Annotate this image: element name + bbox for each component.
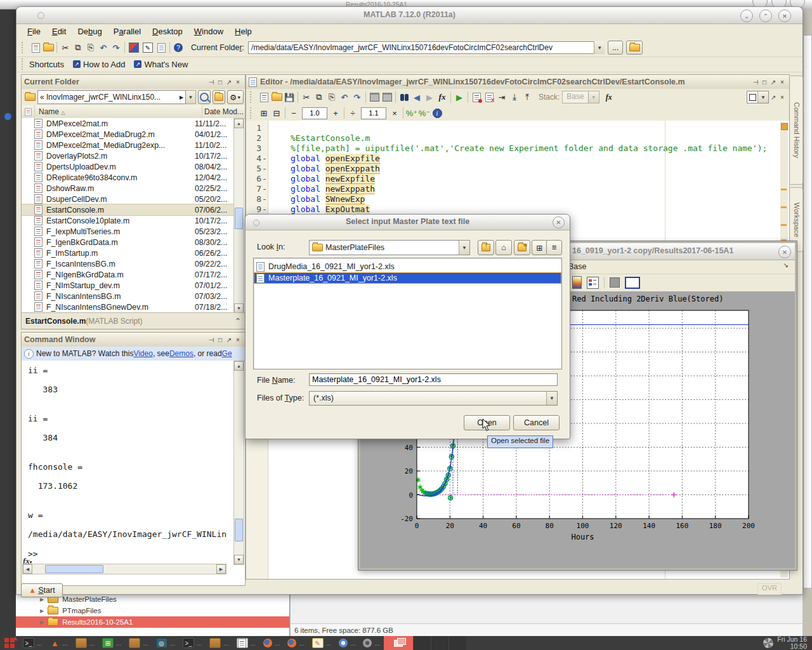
file-row[interactable]: DMPexcel2mat.m11/11/2... (22, 118, 234, 129)
toolbar-new-file-icon[interactable] (29, 41, 42, 54)
info-icon[interactable]: i (431, 107, 443, 119)
code-line[interactable]: 6-global newExpfile (246, 174, 789, 184)
shortcut-whats-new[interactable]: What's New (144, 60, 188, 69)
tab-command-history[interactable]: Command History (790, 76, 803, 185)
file-row[interactable]: F_NIgenBkGrdData.m07/17/2... (22, 269, 234, 280)
new-folder-button[interactable]: ✱ (514, 240, 530, 255)
scrollbar-thumb[interactable] (45, 565, 103, 573)
code-line[interactable]: 5-global openExppath (246, 164, 789, 174)
close-icon[interactable]: × (233, 335, 242, 344)
taskbar-item-terminal[interactable]: >_... (179, 636, 206, 650)
toolbar-copy-icon[interactable]: ⧉ (72, 41, 84, 54)
toolbar-undo-icon[interactable]: ↶ (97, 41, 110, 54)
collapse-icon[interactable]: ⌃ (235, 317, 241, 326)
file-row[interactable]: F_IscanIntensBG.m09/22/2... (22, 258, 234, 269)
figure-menu-item[interactable]: Base (568, 262, 587, 271)
layout-combobox[interactable]: ▼ (747, 91, 769, 103)
undock-icon[interactable]: ↗ (225, 335, 233, 344)
command-window-header[interactable]: Command Window ⊣ □ ↗ × (22, 333, 245, 347)
code-line[interactable]: 7-global newExppath (246, 184, 789, 194)
percent-plus-icon[interactable]: %⁺ (405, 107, 418, 119)
file-row[interactable]: F_NImStartup_dev.m07/01/2... (22, 280, 234, 291)
file-name-input[interactable] (309, 373, 558, 386)
toolbar-guide-icon[interactable]: ✎ (143, 43, 153, 53)
editor-header[interactable]: Editor - /media/data/EASY/InovImager_jwr… (246, 75, 789, 90)
taskbar-item-folder[interactable]: ... (125, 636, 152, 650)
current-folder-combobox[interactable]: /media/data/EASY/InovImager_jwrCF_WINLin… (248, 41, 605, 54)
toolbar-redo-icon[interactable]: ↷ (110, 41, 122, 54)
toolbar-set-breakpoint-icon[interactable] (470, 91, 483, 103)
minimize-button[interactable]: ⌄ (740, 10, 753, 22)
scroll-right-icon[interactable]: ▶ (216, 564, 226, 574)
file-row[interactable]: EstartConsole.m07/06/2... (22, 204, 234, 215)
file-row[interactable]: DsuperCellDev.m05/20/2... (22, 194, 234, 204)
close-button[interactable]: ✕ (778, 10, 791, 22)
dialog-file-row[interactable]: Masterplate_16_0921_MI_yor1-2.xls (254, 272, 561, 284)
undock-icon[interactable]: ↗ (769, 77, 778, 86)
maximize-icon[interactable]: □ (216, 77, 225, 86)
maximize-button[interactable]: ⌃ (759, 10, 772, 22)
code-line[interactable]: 8-global SWnewExp (246, 194, 789, 204)
file-list-column-headers[interactable]: Name △ Date Mod... (22, 105, 245, 119)
toolbar-cut-icon[interactable]: ✂ (300, 91, 313, 103)
percent-minus-icon[interactable]: %⁻ (418, 107, 431, 119)
file-row[interactable]: F_NIscanIntensBGnewDev.m07/18/2... (22, 302, 234, 312)
getting-started-link[interactable]: Ge (222, 349, 232, 358)
menu-file[interactable]: File (22, 25, 46, 38)
toolbar-help-icon[interactable]: ? (174, 43, 183, 52)
code-line[interactable]: 9-global ExpOutmat (246, 204, 789, 215)
scrollbar-thumb[interactable] (235, 208, 243, 229)
multiply-icon[interactable]: × (388, 107, 401, 119)
stack-combobox[interactable]: Base ▼ (562, 91, 599, 103)
insert-cell-icon[interactable]: ⊞ (258, 107, 270, 119)
cancel-button[interactable]: Cancel (513, 415, 560, 430)
menu-edit[interactable]: Edit (46, 25, 72, 38)
grid-view-button[interactable]: ⊞ (532, 240, 547, 255)
dialog-file-row[interactable]: DrugMedia_16_0921_MI_yor1-2.xls (254, 261, 561, 272)
toolbar-copy-icon[interactable]: ⧉ (313, 91, 325, 103)
actions-gear-button[interactable]: ⚙▼ (227, 90, 244, 104)
dialog-file-list[interactable]: DrugMedia_16_0921_MI_yor1-2.xlsMasterpla… (253, 258, 562, 369)
taskbar-item-appblue[interactable]: ... (335, 636, 359, 650)
file-row[interactable]: DoverlayPlots2.m10/17/2... (22, 150, 234, 161)
shortcut-how-to-add[interactable]: How to Add (83, 60, 126, 69)
taskbar-item-textedit[interactable]: ✎... (308, 636, 335, 650)
look-in-combobox[interactable]: MasterPlateFiles ▼ (309, 240, 470, 255)
increase-icon[interactable]: + (329, 107, 342, 119)
search-button[interactable] (198, 90, 211, 104)
toolbar-paste-icon[interactable]: ⎘ (325, 91, 338, 103)
toolbar-run-icon[interactable]: ▶ (453, 91, 466, 103)
close-icon[interactable]: × (233, 77, 242, 86)
analyzer-marker[interactable] (781, 189, 787, 190)
app-launcher-button[interactable] (0, 636, 19, 650)
close-icon[interactable]: × (778, 93, 787, 102)
scrollbar-thumb[interactable] (235, 519, 243, 541)
file-row[interactable]: F_ImStartup.m06/26/2... (22, 248, 234, 258)
analyzer-marker[interactable] (781, 224, 787, 226)
toolbar-forward-icon[interactable]: ▶ (423, 91, 436, 103)
tree-item[interactable]: ▶PTmapFiles (16, 605, 289, 616)
taskbar-item-document[interactable]: ... (233, 636, 259, 650)
taskbar-item-folder[interactable]: ... (206, 636, 232, 650)
toolbar-simulink-icon[interactable] (129, 43, 139, 53)
toolbar-cut-icon[interactable]: ✂ (59, 41, 72, 54)
close-icon[interactable]: × (778, 77, 787, 86)
menu-debug[interactable]: Debug (72, 25, 107, 38)
code-line[interactable]: 2%EstartConsole.m (246, 133, 789, 143)
close-button[interactable]: ✕ (778, 246, 791, 258)
undock-icon[interactable]: ↗ (769, 93, 778, 102)
dock-icon[interactable]: ⊣ (751, 77, 760, 86)
dock-arrow-icon[interactable]: ↘ (783, 262, 789, 269)
cell-value-input[interactable] (302, 107, 327, 119)
dialog-titlebar[interactable]: Select input Master Plate text file ✕ (246, 215, 570, 230)
toolbar-profiler-icon[interactable] (155, 41, 167, 54)
multiplier-input[interactable] (361, 107, 386, 119)
new-folder-button[interactable] (213, 90, 225, 104)
tree-item[interactable]: ▶Results2016-10-25A1 (16, 616, 289, 628)
file-row[interactable]: F_NIscanIntensBG.m07/03/2... (22, 291, 234, 302)
maximize-icon[interactable]: □ (216, 335, 225, 344)
file-row[interactable]: F_IexpMultiTseries.m05/23/2... (22, 226, 234, 237)
file-list-scrollbar[interactable]: ▲ ▼ (233, 118, 244, 314)
taskbar-item-matlab[interactable]: ▲... (46, 636, 71, 650)
toolbar-find-icon[interactable] (398, 91, 410, 103)
